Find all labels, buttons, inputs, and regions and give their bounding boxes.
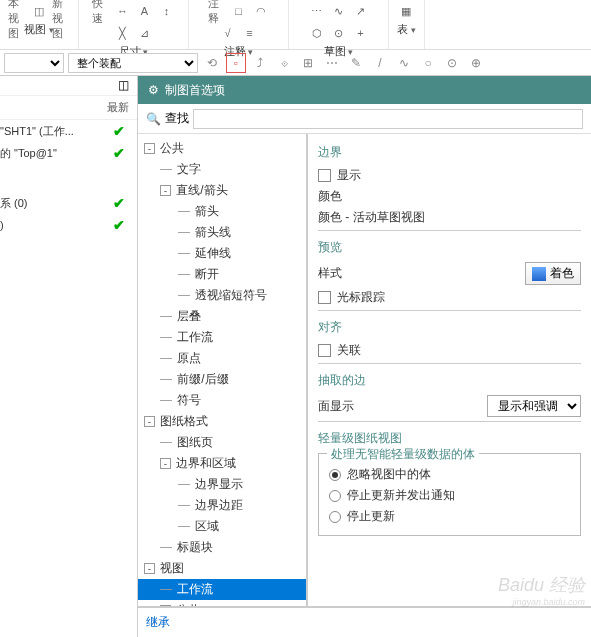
tb-icon[interactable]: ⟲ [202,53,222,73]
tree-item[interactable]: — 区域 [138,516,306,537]
dim-icon[interactable]: ↕ [158,2,176,20]
tree-toggle-icon[interactable]: - [144,416,155,427]
quick-icon[interactable]: 快速 [92,2,110,20]
annot-icon[interactable]: □ [230,2,248,20]
section-preview: 预览 [318,239,581,256]
tree-label: 符号 [177,393,201,407]
search-bar: 🔍 查找 [138,104,591,134]
annot-icon[interactable]: ◠ [252,2,270,20]
list-item[interactable] [0,164,137,192]
tb-icon[interactable]: ⋯ [322,53,342,73]
tree-item[interactable]: — 原点 [138,348,306,369]
ribbon-label-view[interactable]: 视图 [24,22,54,37]
tree-toggle-icon[interactable]: - [144,143,155,154]
base-view-icon[interactable]: 基本视图 [8,2,26,20]
filter-dropdown-1[interactable] [4,53,64,73]
tb-icon[interactable]: ✎ [346,53,366,73]
tree-label: 延伸线 [195,246,231,260]
list-item[interactable]: )✔ [0,214,137,236]
tree-item[interactable]: - 公共 [138,138,306,159]
dim-icon[interactable]: A [136,2,154,20]
tree-item[interactable]: — 文字 [138,159,306,180]
tb-icon[interactable]: ⟐ [274,53,294,73]
sketch-icon[interactable]: + [352,24,370,42]
show-checkbox[interactable] [318,169,331,182]
dim-icon[interactable]: ↔ [114,2,132,20]
tb-icon[interactable]: ⤴ [250,53,270,73]
radio-stop-notify[interactable] [329,490,341,502]
list-item[interactable]: 的 "Top@1"✔ [0,142,137,164]
tree-dash-icon: — [160,540,172,554]
tree-item[interactable]: - 直线/箭头 [138,180,306,201]
tb-icon[interactable]: / [370,53,390,73]
assoc-checkbox[interactable] [318,344,331,357]
search-input[interactable] [193,109,583,129]
ribbon-small-icon[interactable]: ◫ [30,2,48,20]
tree-item[interactable]: — 符号 [138,390,306,411]
tree-item[interactable]: — 箭头 [138,201,306,222]
tree-dash-icon: — [178,246,190,260]
left-header: 最新 [0,96,137,120]
tree-item[interactable]: — 工作流 [138,579,306,600]
tree-dash-icon: — [160,393,172,407]
tree-label: 断开 [195,267,219,281]
ribbon-group-view: 基本视图 ◫ 更新视图 视图 [0,0,79,49]
show-label: 显示 [337,167,361,184]
tree-item[interactable]: — 层叠 [138,306,306,327]
tree-item[interactable]: — 前缀/后缀 [138,369,306,390]
tree-item[interactable]: - 视图 [138,558,306,579]
tree-label: 边界和区域 [176,456,236,470]
radio-stop[interactable] [329,511,341,523]
list-item[interactable]: "SHT1" (工作...✔ [0,120,137,142]
tb-icon[interactable]: ⊕ [466,53,486,73]
dim-icon[interactable]: ╳ [114,24,132,42]
panel-icon[interactable]: ◫ [118,78,129,92]
sketch-icon[interactable]: ⊙ [330,24,348,42]
update-view-icon[interactable]: 更新视图 [52,2,70,20]
section-lightweight: 轻量级图纸视图 [318,430,581,447]
inherit-link[interactable]: 继承 [138,606,591,637]
tree-toggle-icon[interactable]: - [160,185,171,196]
annot-icon[interactable]: ≡ [241,24,259,42]
tree-item[interactable]: - 边界和区域 [138,453,306,474]
check-icon: ✔ [107,217,131,233]
face-display-select[interactable]: 显示和强调 [487,395,581,417]
dim-icon[interactable]: ⊿ [136,24,154,42]
annot-icon[interactable]: 注释 [208,2,226,20]
filter-dropdown-2[interactable]: 整个装配 [68,53,198,73]
tree-item[interactable]: — 延伸线 [138,243,306,264]
tb-icon[interactable]: ▫ [226,53,246,73]
tb-icon[interactable]: ○ [418,53,438,73]
sketch-icon[interactable]: ⋯ [308,2,326,20]
tree-label: 层叠 [177,309,201,323]
list-item[interactable]: 系 (0)✔ [0,192,137,214]
tb-icon[interactable]: ∿ [394,53,414,73]
tree-toggle-icon[interactable]: - [160,458,171,469]
ribbon-label-table[interactable]: 表 [397,22,416,37]
tree-label: 公共 [160,141,184,155]
tree-item[interactable]: - 图纸格式 [138,411,306,432]
tree-item[interactable]: — 边界显示 [138,474,306,495]
tree-item[interactable]: — 图纸页 [138,432,306,453]
tree-label: 图纸格式 [160,414,208,428]
tree-toggle-icon[interactable]: - [144,563,155,574]
cursor-track-checkbox[interactable] [318,291,331,304]
tb-icon[interactable]: ⊙ [442,53,462,73]
tree-item[interactable]: — 工作流 [138,327,306,348]
color-value: 颜色 - 活动草图视图 [318,209,425,226]
annot-icon[interactable]: √ [219,24,237,42]
tree-item[interactable]: — 透视缩短符号 [138,285,306,306]
tree-item[interactable]: — 箭头线 [138,222,306,243]
tree-item[interactable]: — 标题块 [138,537,306,558]
assoc-label: 关联 [337,342,361,359]
tree-item[interactable]: — 断开 [138,264,306,285]
sketch-icon[interactable]: ∿ [330,2,348,20]
sketch-icon[interactable]: ↗ [352,2,370,20]
style-button[interactable]: 着色 [525,262,581,285]
sketch-icon[interactable]: ⬡ [308,24,326,42]
tree-dash-icon: — [178,204,190,218]
tb-icon[interactable]: ⊞ [298,53,318,73]
radio-ignore[interactable] [329,469,341,481]
table-icon[interactable]: ▦ [397,2,415,20]
tree-item[interactable]: — 边界边距 [138,495,306,516]
